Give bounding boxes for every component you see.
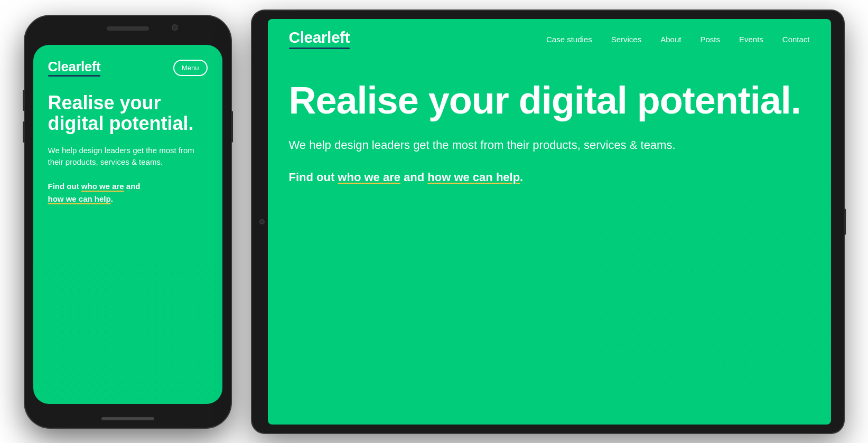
phone-links-suffix: . [111, 194, 113, 203]
phone-links-prefix: Find out [48, 182, 81, 191]
tablet-dot-pattern [549, 181, 831, 425]
phone-links-mid: and [124, 182, 141, 191]
phone-hero-description: We help design leaders get the most from… [48, 145, 208, 168]
tablet-links-mid: and [400, 171, 427, 184]
phone-screen: Clearleft Menu Realise your digital pote… [33, 45, 222, 404]
nav-about[interactable]: About [660, 35, 681, 44]
tablet-navigation: Clearleft Case studies Services About Po… [268, 19, 831, 60]
tablet-nav-links: Case studies Services About Posts Events… [546, 35, 810, 44]
tablet-hero-links: Find out who we are and how we can help. [289, 168, 810, 186]
phone-menu-button[interactable]: Menu [173, 60, 208, 76]
tablet-hero-description: We help design leaders get the most from… [289, 136, 690, 154]
tablet-links-suffix: . [520, 171, 523, 184]
phone-device: Clearleft Menu Realise your digital pote… [25, 16, 231, 428]
phone-speaker [107, 26, 149, 31]
tablet-hero: Realise your digital potential. We help … [268, 60, 831, 186]
phone-power-button [231, 111, 233, 143]
tablet-power-button [844, 209, 846, 235]
tablet-hero-title: Realise your digital potential. [289, 81, 810, 121]
nav-services[interactable]: Services [611, 35, 642, 44]
tablet-camera [259, 219, 265, 224]
phone-volume-up [23, 90, 25, 111]
tablet-who-we-are-link[interactable]: who we are [338, 171, 400, 184]
phone-volume-down [23, 121, 25, 143]
phone-home-indicator [101, 417, 154, 420]
tablet-how-we-can-help-link[interactable]: how we can help [427, 171, 520, 184]
tablet-links-prefix: Find out [289, 171, 338, 184]
phone-hero-links: Find out who we are and how we can help. [48, 180, 208, 205]
phone-camera [172, 24, 178, 31]
tablet-device: Clearleft Case studies Services About Po… [252, 11, 844, 433]
phone-who-we-are-link[interactable]: who we are [81, 182, 124, 191]
phone-logo-text: Clearleft [48, 60, 101, 73]
nav-contact[interactable]: Contact [782, 35, 810, 44]
tablet-logo-text: Clearleft [289, 30, 350, 45]
phone-dot-pattern [33, 260, 222, 404]
phone-header: Clearleft Menu [48, 60, 208, 77]
nav-events[interactable]: Events [739, 35, 763, 44]
nav-case-studies[interactable]: Case studies [546, 35, 592, 44]
nav-posts[interactable]: Posts [700, 35, 720, 44]
phone-hero-title: Realise your digital potential. [48, 92, 208, 134]
phone-logo: Clearleft [48, 60, 101, 77]
tablet-screen: Clearleft Case studies Services About Po… [268, 19, 831, 425]
phone-how-we-can-help-link[interactable]: how we can help [48, 194, 111, 203]
phone-logo-underline [48, 75, 101, 77]
tablet-logo: Clearleft [289, 30, 350, 49]
tablet-logo-underline [289, 48, 350, 49]
